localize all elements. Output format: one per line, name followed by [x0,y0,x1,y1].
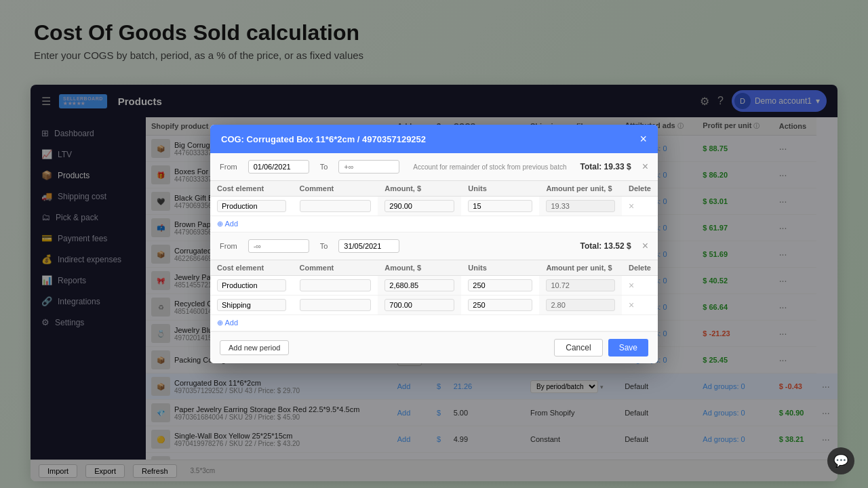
add-period-button[interactable]: Add new period [220,340,289,355]
col-delete: Delete [622,260,658,276]
units-input[interactable] [468,299,532,311]
period-1-block: From To Account for remainder of stock f… [210,153,658,232]
period-2-close-button[interactable]: × [642,240,648,252]
comment-input[interactable] [300,200,372,212]
period-1-close-button[interactable]: × [642,161,648,173]
cog-modal: COG: Corrugated Box 11*6*2cm / 497035712… [210,125,658,363]
col-comment: Comment [293,260,378,276]
period-2-header: From To Total: 13.52 $ × [210,232,658,260]
modal-close-button[interactable]: × [639,133,647,145]
period-1-note: Account for remainder of stock from prev… [413,163,566,171]
col-comment: Comment [293,181,378,197]
cost-row: × [210,197,658,216]
units-input[interactable] [468,279,532,291]
period-2-to-label: To [320,242,328,250]
period-1-add-link[interactable]: ⊕ Add [210,216,245,232]
chat-widget[interactable]: 💬 [827,447,854,474]
period-1-cost-table: Cost element Comment Amount, $ Units Amo… [210,180,658,216]
modal-title: COG: Corrugated Box 11*6*2cm / 497035712… [221,134,426,144]
amount-input[interactable] [384,200,454,212]
cost-element-input[interactable] [217,200,286,212]
period-2-add-link[interactable]: ⊕ Add [210,315,245,331]
footer-actions: Cancel Save [554,339,648,357]
col-cost-element: Cost element [210,181,293,197]
period-1-from-label: From [220,163,237,171]
delete-row-button[interactable]: × [629,300,634,310]
period-2-to-input[interactable] [338,239,399,253]
period-1-from-input[interactable] [248,160,309,174]
cost-element-input[interactable] [217,279,286,291]
modal-body: From To Account for remainder of stock f… [210,153,658,331]
delete-row-button[interactable]: × [629,280,634,291]
col-per-unit: Amount per unit, $ [539,181,622,197]
modal-header: COG: Corrugated Box 11*6*2cm / 497035712… [210,125,658,153]
per-unit-input[interactable] [546,200,615,212]
cancel-button[interactable]: Cancel [554,339,602,357]
col-amount: Amount, $ [378,181,461,197]
amount-input[interactable] [384,299,454,311]
col-delete: Delete [622,181,658,197]
col-per-unit: Amount per unit, $ [539,260,622,276]
cost-row: × [210,296,658,315]
delete-row-button[interactable]: × [629,201,634,211]
per-unit-input[interactable] [546,299,615,311]
per-unit-input[interactable] [546,279,615,291]
period-1-to-input[interactable] [338,160,399,174]
col-amount: Amount, $ [378,260,461,276]
period-2-cost-table: Cost element Comment Amount, $ Units Amo… [210,260,658,315]
cost-row: × [210,276,658,296]
modal-overlay: COG: Corrugated Box 11*6*2cm / 497035712… [0,0,868,488]
period-1-total: Total: 19.33 $ [580,162,631,171]
comment-input[interactable] [300,299,372,311]
modal-footer: Add new period Cancel Save [210,331,658,363]
comment-input[interactable] [300,279,372,291]
period-2-from-input[interactable] [248,239,309,253]
save-button[interactable]: Save [608,339,648,357]
period-1-to-label: To [320,163,328,171]
col-units: Units [461,260,539,276]
col-units: Units [461,181,539,197]
period-2-block: From To Total: 13.52 $ × Cost element Co… [210,232,658,331]
period-1-header: From To Account for remainder of stock f… [210,153,658,180]
units-input[interactable] [468,200,532,212]
chat-icon: 💬 [833,453,848,468]
amount-input[interactable] [384,279,454,291]
cost-element-input[interactable] [217,299,286,311]
period-2-from-label: From [220,242,237,250]
col-cost-element: Cost element [210,260,293,276]
period-2-total: Total: 13.52 $ [580,241,631,251]
